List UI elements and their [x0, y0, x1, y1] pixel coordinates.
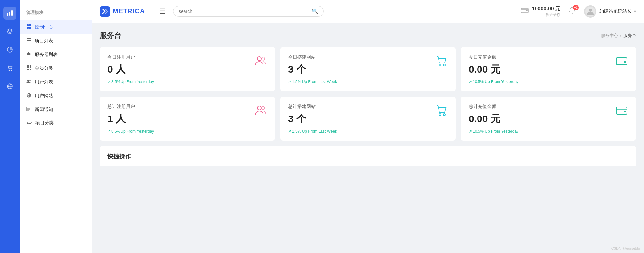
main: METRICA ☰ 🔍 10000.00 元 账户余额: [92, 0, 644, 253]
sidebar-item-project-category[interactable]: A-Z 项目分类: [20, 117, 92, 130]
stat-card-today-users: 今日注册用户 0 人 8.5%Up From Yesterday: [100, 47, 275, 91]
stat-card-total-sites-header: 总计搭建网站 3 个: [288, 104, 448, 126]
svg-rect-15: [27, 42, 31, 42]
svg-rect-33: [27, 110, 29, 111]
breadcrumb-separator: ›: [620, 33, 621, 38]
balance-amount: 10000.00 元: [532, 6, 560, 12]
svg-point-45: [257, 106, 261, 110]
svg-rect-9: [27, 24, 29, 26]
icon-rail-item-globe[interactable]: [3, 80, 16, 93]
sidebar-item-news[interactable]: 新闻通知: [20, 103, 92, 117]
sidebar-label-project-list: 项目列表: [35, 38, 53, 44]
icon-rail-item-cart[interactable]: [3, 62, 16, 75]
stat-card-total-recharge: 总计充值金额 0.00 元 10.5% Up From Yesterday: [461, 97, 636, 141]
notification-area[interactable]: +1: [568, 7, 576, 16]
stat-value-today-recharge: 0.00 元: [469, 63, 500, 76]
stat-label-text-6: 总计充值金额: [469, 104, 500, 110]
stat-card-total-users: 总计注册用户 1 人 8.5%Up From Yesterday: [100, 97, 275, 141]
users-stat-icon: [254, 54, 267, 70]
svg-rect-50: [624, 111, 626, 112]
svg-rect-12: [29, 27, 31, 29]
stat-card-total-users-header: 总计注册用户 1 人: [107, 104, 267, 126]
svg-rect-24: [30, 69, 31, 70]
grid2-icon: [26, 65, 31, 72]
svg-rect-44: [624, 61, 626, 63]
list-icon: [26, 38, 31, 44]
stat-trend-today-sites: 1.5% Up From Last Week: [288, 80, 448, 84]
stats-grid-row2: 总计注册用户 1 人 8.5%Up From Yesterday: [100, 97, 636, 141]
svg-rect-17: [28, 65, 29, 67]
header: METRICA ☰ 🔍 10000.00 元 账户余额: [92, 0, 644, 23]
stat-card-today-recharge: 今日充值金额 0.00 元 10.5% Up From Yesterday: [461, 47, 636, 91]
grid-icon: [26, 24, 31, 30]
page-header: 服务台 服务中心 › 服务台: [100, 31, 636, 41]
sidebar-item-member-category[interactable]: 会员分类: [20, 62, 92, 75]
sidebar-section-title: 管理模块: [20, 7, 92, 20]
globe-icon: [26, 93, 31, 99]
users-stat-icon-2: [254, 104, 267, 120]
user-name: Jn建站系统站长: [599, 9, 632, 14]
svg-rect-18: [30, 65, 31, 67]
sidebar-item-project-list[interactable]: 项目列表: [20, 34, 92, 48]
svg-rect-11: [27, 27, 29, 29]
cart-stat-icon-2: [435, 104, 448, 120]
stat-label-today-recharge: 今日充值金额 0.00 元: [469, 54, 500, 76]
logo-text: METRICA: [113, 8, 145, 15]
svg-rect-14: [27, 40, 31, 41]
icon-rail-item-layers[interactable]: [3, 25, 16, 38]
sidebar-item-control-center[interactable]: 控制中心: [20, 20, 92, 34]
stat-trend-total-recharge: 10.5% Up From Yesterday: [469, 129, 628, 134]
stat-label-total-recharge: 总计充值金额 0.00 元: [469, 104, 500, 126]
icon-rail-item-chart[interactable]: [3, 7, 16, 20]
breadcrumb: 服务中心 › 服务台: [601, 33, 636, 39]
user-avatar: [584, 5, 596, 18]
svg-point-40: [262, 57, 265, 60]
wallet-stat-icon-2: [615, 104, 628, 120]
stat-label-text-2: 今日搭建网站: [288, 54, 316, 60]
svg-rect-0: [7, 13, 8, 16]
stat-trend-today-users: 8.5%Up From Yesterday: [107, 80, 267, 84]
svg-point-46: [262, 106, 265, 110]
balance-text: 10000.00 元 账户余额: [532, 6, 560, 17]
hamburger-button[interactable]: ☰: [157, 5, 168, 18]
balance-label: 账户余额: [532, 12, 560, 17]
stat-value-total-recharge: 0.00 元: [469, 112, 500, 126]
sidebar-item-server-list[interactable]: 服务器列表: [20, 48, 92, 62]
svg-rect-2: [11, 10, 13, 16]
logo-icon: [100, 6, 110, 17]
csdn-note: CSDN @egrsgtdg: [611, 246, 640, 250]
stat-card-total-recharge-header: 总计充值金额 0.00 元: [469, 104, 628, 126]
search-input[interactable]: [179, 9, 312, 14]
stat-label-today-sites: 今日搭建网站 3 个: [288, 54, 316, 76]
search-icon[interactable]: 🔍: [312, 8, 318, 14]
stat-label-text-5: 总计搭建网站: [288, 104, 316, 110]
sidebar-label-user-website: 用户网站: [35, 93, 53, 99]
stat-label-text: 今日注册用户: [107, 54, 135, 60]
news-icon: [26, 106, 31, 113]
stat-value-today-users: 0 人: [107, 63, 135, 76]
stat-label-total-sites: 总计搭建网站 3 个: [288, 104, 316, 126]
svg-point-25: [27, 80, 29, 81]
chevron-down-icon: ▾: [634, 9, 636, 14]
icon-rail-item-pie[interactable]: [3, 43, 16, 56]
svg-rect-20: [28, 67, 29, 68]
breadcrumb-parent[interactable]: 服务中心: [601, 33, 618, 39]
svg-point-39: [257, 57, 261, 61]
svg-rect-36: [526, 10, 528, 11]
stat-trend-total-sites: 1.5% Up From Last Week: [288, 129, 448, 134]
svg-point-48: [443, 114, 445, 116]
sidebar-label-news: 新闻通知: [35, 107, 53, 113]
stat-trend-today-recharge: 10.5% Up From Yesterday: [469, 80, 628, 84]
balance-area: 10000.00 元 账户余额: [521, 6, 560, 17]
svg-point-5: [11, 70, 12, 71]
stat-trend-total-users: 8.5%Up From Yesterday: [107, 129, 267, 134]
sidebar-item-user-website[interactable]: 用户网站: [20, 89, 92, 103]
user-area[interactable]: Jn建站系统站长 ▾: [584, 5, 636, 18]
content: 服务台 服务中心 › 服务台 今日注册用户 0 人: [92, 23, 644, 253]
icon-rail: [0, 0, 20, 253]
svg-rect-32: [27, 109, 30, 110]
sidebar-label-member-category: 会员分类: [35, 65, 53, 71]
sidebar-item-user-list[interactable]: 用户列表: [20, 75, 92, 89]
stat-value-today-sites: 3 个: [288, 63, 316, 76]
svg-rect-23: [28, 69, 29, 70]
